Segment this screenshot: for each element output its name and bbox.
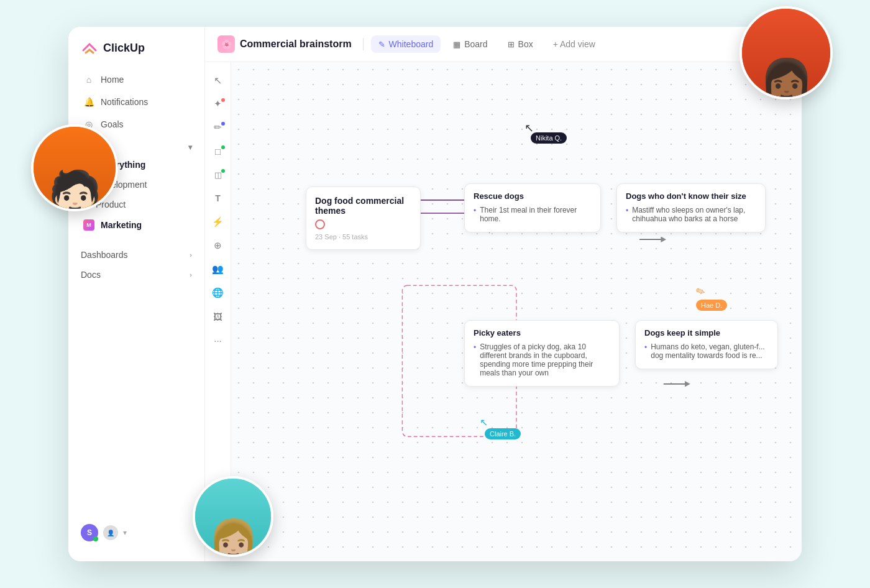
home-icon: ⌂ [83, 74, 94, 85]
tool-note[interactable]: ◫ [208, 164, 229, 185]
box-tab-icon: ⊞ [508, 40, 515, 49]
main-card[interactable]: Dog food commercial themes 23 Sep · 55 t… [306, 186, 421, 250]
whiteboard-canvas[interactable]: Dog food commercial themes 23 Sep · 55 t… [231, 62, 802, 561]
nav-items: ⌂ Home 🔔 Notifications ◎ Goals [68, 69, 204, 135]
people-icon: 👥 [212, 264, 224, 275]
sidebar-item-dashboards[interactable]: Dashboards › [68, 245, 204, 265]
person-circle-top-right: 👩🏾 [740, 6, 833, 99]
card-rescue-dogs[interactable]: Rescue dogs Their 1st meal in their fore… [464, 183, 601, 232]
tab-board[interactable]: ▦ Board [446, 35, 495, 53]
cursor-icon: ↖ [214, 75, 222, 86]
sidebar: ClickUp ⌂ Home 🔔 Notifications ◎ Goals S… [68, 27, 205, 561]
user-avatar-secondary[interactable]: 👤 [103, 525, 118, 540]
dogs-simple-items: Humans do keto, vegan, gluten-f... dog m… [644, 341, 769, 361]
toolbar-whiteboard-wrapper: ↖ ✦ ✏ □ ◫ T [205, 62, 802, 561]
header-divider [363, 38, 364, 50]
dogs-simple-title: Dogs keep it simple [644, 328, 769, 338]
cursor-hae: ✏ Hae D. [696, 285, 705, 298]
sidebar-item-docs[interactable]: Docs › [68, 265, 204, 285]
person-emoji-left: 🧑🏻 [48, 172, 102, 211]
main-card-meta: 23 Sep · 55 tasks [315, 233, 411, 241]
nikita-cursor-icon: ↖ [524, 122, 534, 134]
pen-dot [221, 122, 225, 126]
logo-text: ClickUp [103, 42, 145, 55]
spaces-chevron-icon: ▾ [188, 143, 192, 152]
tool-image[interactable]: 🖼 [208, 306, 229, 327]
tool-cursor[interactable]: ↖ [208, 70, 229, 91]
card-picky-eaters[interactable]: Picky eaters Struggles of a picky dog, a… [464, 320, 620, 387]
note-icon: ◫ [214, 170, 222, 180]
cursor-nikita: ↖ Nikita Q. [524, 121, 534, 135]
big-dogs-title: Dogs who don't know their size [626, 191, 756, 201]
hae-cursor-icon: ✏ [694, 283, 708, 300]
tool-rectangle[interactable]: □ [208, 140, 229, 162]
user-avatar-wrapper: S [81, 524, 98, 541]
note-dot [221, 169, 225, 173]
logo-area: ClickUp [68, 39, 204, 69]
project-name: Commercial brainstorm [240, 39, 352, 50]
big-dogs-item-text: Mastiff who sleeps on owner's lap, chihu… [632, 206, 756, 223]
add-view-button[interactable]: + Add view [546, 35, 603, 53]
magic-icon: ⚡ [212, 216, 224, 227]
sidebar-item-notifications-label: Notifications [101, 97, 148, 107]
tool-globe[interactable]: 🌐 [208, 282, 229, 303]
app-container: ClickUp ⌂ Home 🔔 Notifications ◎ Goals S… [68, 27, 802, 561]
tool-pen[interactable]: ✏ [208, 117, 229, 138]
bell-icon: 🔔 [83, 96, 94, 108]
project-icon: 🌸 [218, 35, 235, 53]
user-dropdown-icon: ▾ [123, 528, 127, 537]
shapes-dot [221, 98, 225, 102]
board-tab-label: Board [464, 39, 487, 49]
rescue-dogs-item-text: Their 1st meal in their forever home. [480, 206, 592, 223]
rescue-dogs-items: Their 1st meal in their forever home. [474, 204, 592, 224]
tab-box[interactable]: ⊞ Box [500, 35, 541, 53]
header: 🌸 Commercial brainstorm ✎ Whiteboard ▦ B… [205, 27, 802, 62]
nikita-cursor-label: Nikita Q. [531, 132, 567, 144]
more-icon: ··· [214, 335, 222, 346]
rectangle-dot [221, 145, 225, 149]
tool-text[interactable]: T [208, 188, 229, 209]
dashboards-label: Dashboards [81, 250, 128, 260]
big-dogs-item-1: Mastiff who sleeps on owner's lap, chihu… [626, 204, 756, 224]
whiteboard-inner: Dog food commercial themes 23 Sep · 55 t… [231, 62, 802, 561]
box-tab-label: Box [518, 39, 533, 49]
cursor-claire: ↖ Claire B. [480, 416, 488, 428]
card-dogs-simple[interactable]: Dogs keep it simple Humans do keto, vega… [635, 320, 778, 369]
clickup-logo-icon [81, 39, 98, 57]
text-icon: T [215, 193, 221, 203]
tab-whiteboard[interactable]: ✎ Whiteboard [371, 35, 441, 53]
tool-connect[interactable]: ⊕ [208, 235, 229, 256]
marketing-icon: M [83, 219, 94, 231]
card-big-dogs[interactable]: Dogs who don't know their size Mastiff w… [616, 183, 766, 232]
main-content: 🌸 Commercial brainstorm ✎ Whiteboard ▦ B… [205, 27, 802, 561]
picky-eaters-title: Picky eaters [474, 328, 610, 338]
globe-icon: 🌐 [212, 287, 224, 298]
image-icon: 🖼 [213, 311, 222, 322]
main-card-title: Dog food commercial themes [315, 196, 411, 216]
sidebar-item-home[interactable]: ⌂ Home [76, 69, 197, 90]
add-view-label: + Add view [553, 39, 595, 49]
big-dogs-items: Mastiff who sleeps on owner's lap, chihu… [626, 204, 756, 224]
connect-icon: ⊕ [214, 240, 222, 251]
person-circle-bottom-center: 👩🏼 [193, 476, 273, 557]
rescue-dogs-item-1: Their 1st meal in their forever home. [474, 204, 592, 224]
online-dot-top-right [817, 14, 825, 22]
rectangle-icon: □ [215, 146, 221, 157]
whiteboard-tab-label: Whiteboard [389, 39, 434, 49]
user-initials: S [87, 528, 92, 537]
tool-more[interactable]: ··· [208, 329, 229, 351]
picky-eaters-item-1: Struggles of a picky dog, aka 10 differe… [474, 341, 610, 379]
user-area: S 👤 ▾ [68, 517, 204, 549]
tool-people[interactable]: 👥 [208, 259, 229, 280]
person-figure-left: 🧑🏻 [34, 127, 116, 209]
tool-magic[interactable]: ⚡ [208, 211, 229, 232]
sidebar-item-marketing[interactable]: M Marketing [76, 215, 197, 235]
docs-chevron-icon: › [190, 271, 192, 278]
connections-svg [231, 62, 802, 561]
hae-cursor-label: Hae D. [696, 300, 727, 311]
tool-shapes[interactable]: ✦ [208, 93, 229, 114]
sidebar-item-notifications[interactable]: 🔔 Notifications [76, 91, 197, 113]
dogs-simple-item-1: Humans do keto, vegan, gluten-f... dog m… [644, 341, 769, 361]
docs-label: Docs [81, 270, 101, 280]
main-card-circle-row [315, 218, 411, 229]
